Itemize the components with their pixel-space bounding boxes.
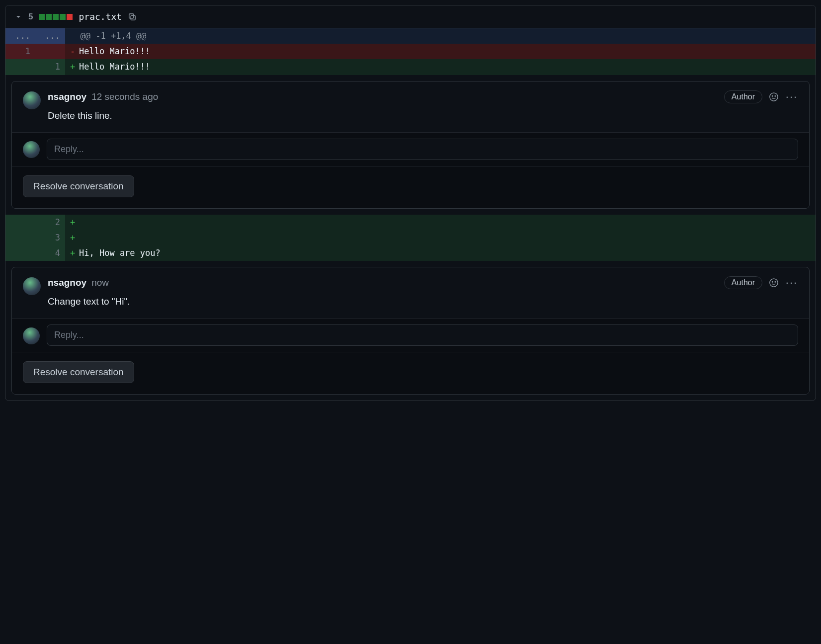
- chevron-down-icon[interactable]: [14, 13, 22, 21]
- line-number-old: 1: [5, 44, 35, 59]
- review-comment: nsagnoy now Author ··· Change text to "H…: [12, 267, 809, 318]
- resolve-conversation-button[interactable]: Resolve conversation: [23, 361, 134, 383]
- hunk-dots: ...: [35, 28, 65, 44]
- emoji-reaction-icon[interactable]: [767, 276, 780, 289]
- review-comment: nsagnoy 12 seconds ago Author ··· Delete…: [12, 81, 809, 132]
- svg-point-6: [772, 282, 773, 283]
- author-badge: Author: [724, 276, 762, 289]
- comment-body-text: Change text to "Hi".: [48, 296, 798, 307]
- kebab-menu-icon[interactable]: ···: [785, 90, 798, 103]
- diff-line-code: -Hello Mario!!!: [65, 44, 816, 59]
- hunk-header-text: @@ -1 +1,4 @@: [65, 28, 816, 44]
- svg-rect-0: [131, 15, 135, 20]
- filename[interactable]: prac.txt: [79, 11, 122, 22]
- diff-line-added[interactable]: 3 +: [5, 230, 816, 245]
- svg-point-2: [770, 92, 778, 100]
- line-number-new: 2: [35, 215, 65, 230]
- comment-header: nsagnoy 12 seconds ago Author ···: [48, 90, 798, 103]
- svg-point-4: [775, 95, 776, 96]
- reply-row: [12, 132, 809, 166]
- change-count: 5: [28, 12, 33, 22]
- file-header: 5 prac.txt: [5, 5, 816, 28]
- comment-header: nsagnoy now Author ···: [48, 276, 798, 289]
- diffstat-bar: [39, 14, 73, 20]
- copy-path-icon[interactable]: [128, 12, 137, 21]
- thread-card: nsagnoy 12 seconds ago Author ··· Delete…: [11, 81, 810, 209]
- thread-card: nsagnoy now Author ··· Change text to "H…: [11, 267, 810, 395]
- diff-line-added[interactable]: 1 +Hello Mario!!!: [5, 59, 816, 75]
- line-number-new: [35, 44, 65, 59]
- comment-body-text: Delete this line.: [48, 110, 798, 121]
- svg-rect-1: [129, 13, 134, 18]
- comment-timestamp[interactable]: now: [91, 277, 109, 288]
- review-thread: nsagnoy 12 seconds ago Author ··· Delete…: [5, 75, 816, 215]
- avatar[interactable]: [23, 277, 41, 295]
- line-number-old: [5, 230, 35, 245]
- line-number-old: [5, 215, 35, 230]
- thread-actions: Resolve conversation: [12, 352, 809, 394]
- comment-timestamp[interactable]: 12 seconds ago: [91, 91, 158, 102]
- diff-line-code: +: [65, 230, 816, 245]
- comment-author[interactable]: nsagnoy: [48, 91, 86, 102]
- line-number-new: 3: [35, 230, 65, 245]
- kebab-menu-icon[interactable]: ···: [785, 276, 798, 289]
- svg-point-3: [772, 95, 773, 96]
- resolve-conversation-button[interactable]: Resolve conversation: [23, 175, 134, 197]
- line-number-old: [5, 245, 35, 261]
- file-diff-box: 5 prac.txt ... ... @@ -1 +1,4 @@ 1 -Hell…: [5, 5, 816, 401]
- diff-line-added[interactable]: 4 +Hi, How are you?: [5, 245, 816, 261]
- line-number-old: [5, 59, 35, 75]
- svg-point-7: [775, 282, 776, 283]
- diff-line-added[interactable]: 2 +: [5, 215, 816, 230]
- diff-table-bottom: 2 + 3 + 4 +Hi, How are you?: [5, 215, 816, 261]
- diff-line-code: +Hi, How are you?: [65, 245, 816, 261]
- hunk-header-row[interactable]: ... ... @@ -1 +1,4 @@: [5, 28, 816, 44]
- line-number-new: 1: [35, 59, 65, 75]
- thread-actions: Resolve conversation: [12, 166, 809, 208]
- avatar[interactable]: [23, 327, 40, 344]
- diff-line-code: +Hello Mario!!!: [65, 59, 816, 75]
- diff-table-top: ... ... @@ -1 +1,4 @@ 1 -Hello Mario!!! …: [5, 28, 816, 75]
- author-badge: Author: [724, 90, 762, 103]
- diff-line-code: +: [65, 215, 816, 230]
- hunk-dots: ...: [5, 28, 35, 44]
- reply-row: [12, 318, 809, 352]
- review-thread: nsagnoy now Author ··· Change text to "H…: [5, 261, 816, 401]
- reply-input[interactable]: [47, 324, 798, 346]
- diff-line-deleted[interactable]: 1 -Hello Mario!!!: [5, 44, 816, 59]
- svg-point-5: [770, 279, 778, 287]
- comment-author[interactable]: nsagnoy: [48, 277, 86, 288]
- line-number-new: 4: [35, 245, 65, 261]
- emoji-reaction-icon[interactable]: [767, 90, 780, 103]
- avatar[interactable]: [23, 91, 41, 109]
- avatar[interactable]: [23, 141, 40, 158]
- reply-input[interactable]: [47, 139, 798, 160]
